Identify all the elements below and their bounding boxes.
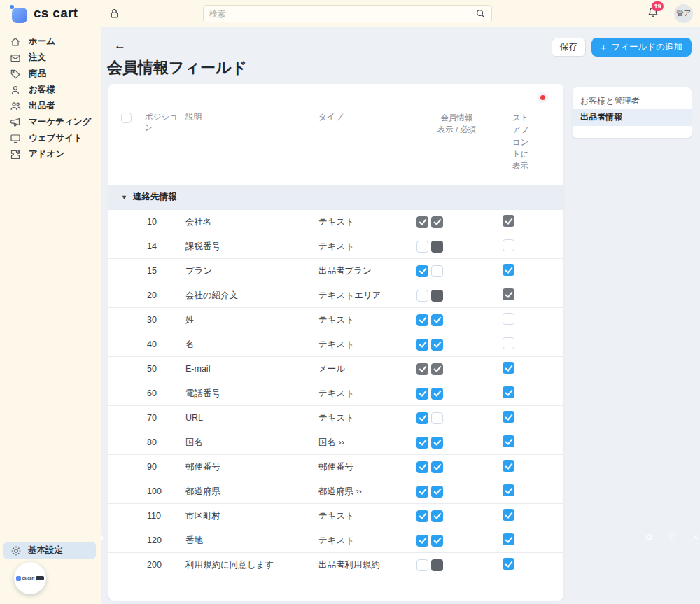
required-checkbox-blue[interactable] [431,388,443,400]
required-checkbox-off[interactable] [431,412,443,424]
save-button[interactable]: 保存 [552,38,586,57]
show-checkbox-blue[interactable] [416,314,428,326]
storefront-checkbox-off[interactable] [503,313,514,325]
storefront-checkbox-blue[interactable] [503,509,514,521]
table-row[interactable]: 15プラン出品者プラン [108,258,564,283]
field-type: 国名 ›› [318,437,416,449]
show-checkbox-blue[interactable] [416,265,428,277]
notifications-bell-icon[interactable]: 19 [646,6,662,21]
show-checkbox-blue[interactable] [416,412,428,424]
section-header-contact-info[interactable]: ▼ 連絡先情報 [108,185,564,209]
storefront-checkbox-gray[interactable] [503,288,514,300]
show-checkbox-off[interactable] [416,559,428,571]
sidebar-item-5[interactable]: マーケティング [0,114,102,130]
table-row[interactable]: 120番地テキスト [108,528,564,552]
cscart-logo[interactable]: cs cart [0,5,102,22]
profile-type-tab-1[interactable]: 出品者情報 [573,109,692,125]
sidebar-item-settings[interactable]: 基本設定 [4,542,96,559]
table-row[interactable]: 80国名国名 ›› [108,430,564,454]
storefront-checkbox-blue[interactable] [503,264,514,276]
required-checkbox-blue[interactable] [431,461,443,473]
show-checkbox-off[interactable] [416,241,428,253]
sidebar-item-4[interactable]: 出品者 [0,98,102,114]
overlay-help-icon[interactable]: ✆ [668,531,676,542]
sidebar-item-3[interactable]: お客様 [0,82,102,98]
table-row[interactable]: 200利用規約に同意します出品者利用規約 [108,552,564,577]
table-row[interactable]: 20会社の紹介文テキストエリア [108,283,564,307]
overlay-chevron-icon[interactable]: ❯ [102,532,105,542]
cscart-helper-badge[interactable]: cs cart [14,562,46,594]
table-body: 10会社名テキスト14課税番号テキスト15プラン出品者プラン20会社の紹介文テキ… [108,209,564,577]
show-checkbox-gray[interactable] [416,216,428,228]
required-checkbox-dark[interactable] [431,559,443,571]
show-checkbox-blue[interactable] [416,339,428,351]
profile-checkboxes [416,339,497,351]
overlay-close-icon[interactable]: ✕ [692,532,699,542]
sidebar-item-6[interactable]: ウェブサイト [0,130,102,146]
show-checkbox-gray[interactable] [416,363,428,375]
col-header-type: タイプ [318,112,416,122]
storefront-checkbox-gray[interactable] [503,215,514,227]
user-avatar[interactable]: 管ア [674,4,693,23]
back-arrow-icon[interactable]: ← [114,38,126,52]
add-field-button[interactable]: + フィールドの追加 [592,38,692,57]
required-checkbox-dark[interactable] [431,290,443,302]
field-type: テキスト [318,412,416,424]
storefront-checkbox-blue[interactable] [503,558,514,570]
show-checkbox-blue[interactable] [416,461,428,473]
required-checkbox-blue[interactable] [431,437,443,449]
show-checkbox-blue[interactable] [416,510,428,522]
field-position: 60 [145,388,186,398]
storefront-checkbox-off[interactable] [503,337,514,349]
required-checkbox-blue[interactable] [431,339,443,351]
required-checkbox-blue[interactable] [431,535,443,547]
show-checkbox-blue[interactable] [416,388,428,400]
profile-type-tab-0[interactable]: お客様と管理者 [573,93,692,109]
required-checkbox-blue[interactable] [431,314,443,326]
required-checkbox-blue[interactable] [431,510,443,522]
hint-red-dot[interactable] [540,95,545,100]
sidebar-item-label: ホーム [29,36,55,48]
required-checkbox-blue[interactable] [431,486,443,498]
show-checkbox-blue[interactable] [416,535,428,547]
table-row[interactable]: 30姓テキスト [108,307,564,332]
storefront-checkbox-blue[interactable] [503,386,514,398]
required-checkbox-gray[interactable] [431,363,443,375]
show-checkbox-blue[interactable] [416,486,428,498]
storefront-checkbox-blue[interactable] [503,435,514,447]
sidebar-item-7[interactable]: アドオン [0,146,102,162]
search-icon[interactable] [475,8,486,19]
storefront-checkbox-blue[interactable] [503,411,514,423]
profile-checkboxes [416,461,497,473]
table-row[interactable]: 60電話番号テキスト [108,381,564,405]
table-row[interactable]: 70URLテキスト [108,405,564,430]
overlay-gear-icon[interactable]: ✿ [645,532,653,542]
sidebar-item-1[interactable]: 注文 [0,50,102,66]
storefront-checkbox-blue[interactable] [503,460,514,472]
storefront-cell [497,313,564,327]
col-header-description: 説明 [186,112,318,122]
show-checkbox-blue[interactable] [416,437,428,449]
search-input[interactable] [209,9,475,19]
page-title: 会員情報フィールド [107,57,247,78]
sidebar-item-0[interactable]: ホーム [0,34,102,50]
search-bar[interactable] [203,5,492,22]
storefront-checkbox-blue[interactable] [503,484,514,496]
storefront-checkbox-blue[interactable] [503,533,514,545]
storefront-checkbox-off[interactable] [503,239,514,251]
table-row[interactable]: 14課税番号テキスト [108,234,564,258]
required-checkbox-gray[interactable] [431,216,443,228]
table-row[interactable]: 90郵便番号郵便番号 [108,454,564,479]
show-checkbox-off[interactable] [416,290,428,302]
storefront-checkbox-blue[interactable] [503,362,514,374]
lock-icon[interactable] [108,8,120,20]
table-row[interactable]: 100都道府県都道府県 ›› [108,479,564,503]
select-all-checkbox[interactable] [121,113,132,123]
sidebar-item-2[interactable]: 商品 [0,66,102,82]
required-checkbox-off[interactable] [431,265,443,277]
table-row[interactable]: 50E-mailメール [108,356,564,381]
required-checkbox-dark[interactable] [431,241,443,253]
table-row[interactable]: 10会社名テキスト [108,209,564,234]
table-row[interactable]: 40名テキスト [108,332,564,356]
table-row[interactable]: 110市区町村テキスト [108,503,564,528]
